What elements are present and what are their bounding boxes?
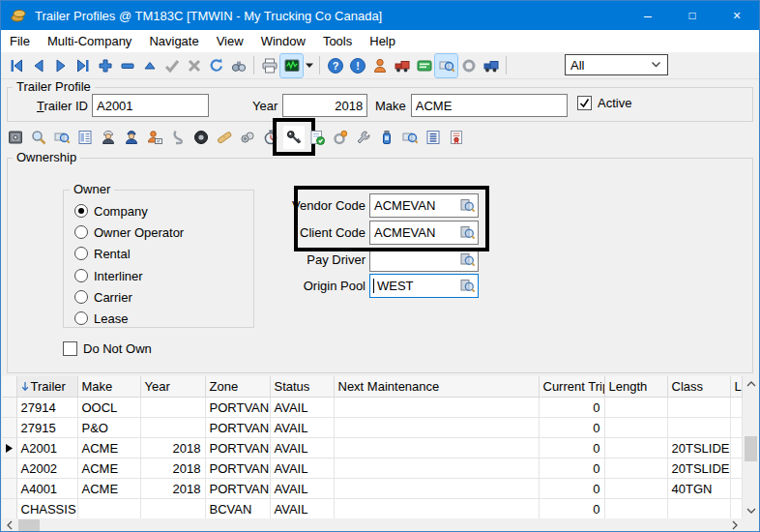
radio-carrier-circle[interactable] bbox=[74, 290, 88, 304]
stopwatch-icon[interactable] bbox=[260, 126, 281, 149]
dropdown-caret-icon[interactable] bbox=[303, 54, 315, 77]
cell-zone[interactable]: PORTVAN bbox=[205, 438, 270, 458]
wrench-icon[interactable] bbox=[353, 126, 374, 149]
column-header-trailer[interactable]: Trailer bbox=[16, 376, 77, 398]
license-card-icon[interactable] bbox=[413, 54, 435, 77]
safe-icon[interactable] bbox=[5, 126, 26, 149]
cell-status[interactable]: AVAIL bbox=[270, 418, 334, 438]
make-input[interactable] bbox=[411, 94, 568, 117]
cell-make[interactable] bbox=[77, 499, 140, 519]
radio-rental[interactable]: Rental bbox=[74, 246, 131, 261]
help-icon[interactable]: ? bbox=[324, 54, 346, 77]
vendor-code-lookup-icon[interactable] bbox=[459, 197, 476, 214]
add-record-icon[interactable] bbox=[94, 54, 116, 77]
column-header-zone[interactable]: Zone bbox=[205, 376, 270, 398]
pay-driver-lookup-icon[interactable] bbox=[459, 251, 476, 268]
cell-next-maintenance[interactable] bbox=[334, 438, 539, 458]
minimize-button[interactable]: – bbox=[626, 1, 670, 30]
cancel-x-icon[interactable] bbox=[183, 54, 205, 77]
cell-next-maintenance[interactable] bbox=[334, 418, 539, 438]
trailer-lookup-icon[interactable] bbox=[399, 126, 421, 149]
radio-company-circle[interactable] bbox=[74, 204, 88, 218]
tractor-truck-icon[interactable] bbox=[391, 54, 413, 77]
do-not-own-row[interactable]: Do Not Own bbox=[63, 341, 152, 356]
cell-trailer[interactable]: A2001 bbox=[16, 438, 77, 458]
grid-row-a4001[interactable]: A4001ACME2018PORTVANAVAIL040TGN bbox=[2, 479, 742, 499]
radio-carrier[interactable]: Carrier bbox=[74, 289, 132, 305]
column-header-class[interactable]: Class bbox=[667, 376, 730, 398]
document-check-icon[interactable] bbox=[307, 126, 328, 149]
row-selector[interactable] bbox=[2, 479, 16, 499]
horizontal-scroll-thumb[interactable] bbox=[18, 519, 40, 531]
cell-year[interactable]: 2018 bbox=[140, 479, 205, 499]
jug-icon[interactable] bbox=[376, 126, 397, 149]
cell-length[interactable] bbox=[604, 398, 667, 418]
cell-year[interactable]: 2018 bbox=[140, 458, 205, 479]
cell-l[interactable] bbox=[730, 479, 742, 499]
grid-row-a2002[interactable]: A2002ACME2018PORTVANAVAIL020TSLIDE bbox=[2, 458, 742, 479]
scroll-left-icon[interactable] bbox=[2, 518, 17, 532]
cell-class[interactable]: 20TSLIDE bbox=[667, 458, 730, 479]
trailer-lookup-icon[interactable] bbox=[51, 126, 73, 149]
cell-class[interactable] bbox=[667, 499, 730, 519]
cell-l[interactable] bbox=[730, 499, 742, 519]
cell-class[interactable] bbox=[667, 418, 730, 438]
radio-interliner[interactable]: Interliner bbox=[74, 268, 143, 283]
row-selector[interactable] bbox=[2, 458, 16, 479]
column-header-length[interactable]: Length bbox=[604, 376, 667, 398]
driver-person-icon[interactable] bbox=[368, 54, 391, 77]
cell-zone[interactable]: PORTVAN bbox=[205, 479, 270, 499]
trailer-lookup-icon[interactable] bbox=[435, 54, 457, 77]
origin-pool-lookup-icon[interactable] bbox=[459, 278, 476, 294]
cell-next-maintenance[interactable] bbox=[334, 398, 539, 418]
cell-make[interactable]: ACME bbox=[77, 479, 140, 499]
cell-zone[interactable]: BCVAN bbox=[205, 499, 270, 519]
column-header-l[interactable]: L bbox=[730, 376, 742, 398]
row-selector[interactable] bbox=[2, 418, 16, 438]
wheel-pair-icon[interactable] bbox=[237, 126, 258, 149]
cell-next-maintenance[interactable] bbox=[334, 479, 539, 499]
cell-trailer[interactable]: 27914 bbox=[16, 398, 77, 418]
cell-current-trip[interactable]: 0 bbox=[539, 438, 604, 458]
cell-zone[interactable]: PORTVAN bbox=[205, 398, 270, 418]
cell-length[interactable] bbox=[604, 418, 667, 438]
cell-make[interactable]: P&O bbox=[77, 418, 140, 438]
cell-next-maintenance[interactable] bbox=[334, 499, 539, 519]
find-binoculars-icon[interactable] bbox=[227, 54, 249, 77]
cell-make[interactable]: OOCL bbox=[77, 398, 140, 418]
row-selector[interactable] bbox=[2, 499, 16, 519]
cell-status[interactable]: AVAIL bbox=[270, 479, 334, 499]
cell-year[interactable]: 2018 bbox=[140, 438, 205, 458]
column-header-year[interactable]: Year bbox=[140, 376, 205, 398]
key-icon[interactable] bbox=[283, 126, 305, 149]
grid-row-27915[interactable]: 27915P&OPORTVANAVAIL0 bbox=[2, 418, 742, 438]
scroll-down-icon[interactable] bbox=[743, 503, 759, 518]
menu-item-multi-company[interactable]: Multi-Company bbox=[39, 31, 140, 51]
nav-next-icon[interactable] bbox=[49, 54, 72, 77]
menu-item-navigate[interactable]: Navigate bbox=[140, 31, 207, 51]
radio-lease-circle[interactable] bbox=[74, 311, 88, 325]
cell-l[interactable] bbox=[730, 438, 742, 458]
horizontal-scrollbar[interactable] bbox=[2, 518, 743, 532]
radio-interliner-circle[interactable] bbox=[74, 269, 88, 282]
cell-make[interactable]: ACME bbox=[77, 438, 140, 458]
column-header-current-trip[interactable]: Current Trip bbox=[539, 376, 604, 398]
cell-year[interactable] bbox=[140, 398, 205, 418]
nav-last-icon[interactable] bbox=[72, 54, 94, 77]
cell-current-trip[interactable]: 0 bbox=[539, 458, 604, 479]
collapse-up-icon[interactable] bbox=[138, 54, 161, 77]
current-row-marker[interactable] bbox=[2, 438, 16, 458]
ring-flame-icon[interactable] bbox=[330, 126, 351, 149]
grid-row-a2001[interactable]: A2001ACME2018PORTVANAVAIL020TSLIDE bbox=[2, 438, 742, 458]
nav-previous-icon[interactable] bbox=[27, 54, 49, 77]
hitch-ring-icon[interactable] bbox=[457, 54, 480, 77]
cell-length[interactable] bbox=[604, 499, 667, 519]
cell-class[interactable]: 20TSLIDE bbox=[667, 438, 730, 458]
cell-current-trip[interactable]: 0 bbox=[539, 499, 604, 519]
column-header-next-maintenance[interactable]: Next Maintenance bbox=[334, 376, 539, 398]
delete-record-icon[interactable] bbox=[116, 54, 138, 77]
bandage-icon[interactable] bbox=[214, 126, 235, 149]
column-header-make[interactable]: Make bbox=[77, 376, 140, 398]
menu-item-view[interactable]: View bbox=[208, 31, 252, 51]
menu-item-tools[interactable]: Tools bbox=[314, 31, 361, 51]
